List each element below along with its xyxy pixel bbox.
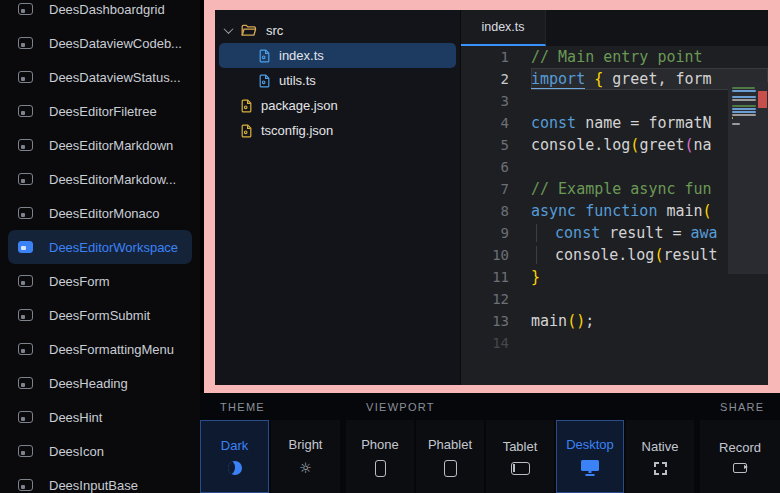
- sidebar-item-deesformsubmit[interactable]: DeesFormSubmit: [8, 298, 192, 332]
- bright-button[interactable]: Bright☼: [271, 420, 340, 493]
- code-token: [536, 246, 555, 264]
- code-token: greet: [639, 136, 684, 154]
- component-list: DeesDashboardgridDeesDataviewCodeb...Dee…: [0, 0, 200, 493]
- button-label: Bright: [289, 437, 323, 452]
- code-token: [576, 202, 585, 220]
- component-window-icon: [18, 139, 33, 151]
- code-token: console.log: [555, 246, 654, 264]
- sidebar-item-deeshint[interactable]: DeesHint: [8, 400, 192, 434]
- line-number: 10: [461, 244, 531, 266]
- code-token: (: [703, 202, 712, 220]
- code-line-10: 10 console.log(result: [461, 244, 768, 266]
- code-text: // Main entry point: [531, 46, 768, 68]
- code-line-11: 11}: [461, 266, 768, 288]
- tablet-button[interactable]: Tablet: [486, 420, 554, 493]
- minimap-line: [732, 99, 756, 101]
- minimap-line: [732, 87, 755, 89]
- minimap-line: [732, 90, 756, 92]
- minimap-line: [732, 117, 733, 119]
- code-token: [585, 70, 594, 88]
- code-token: console.log: [531, 136, 630, 154]
- code-line-3: 3: [461, 90, 768, 112]
- sidebar-item-label: DeesEditorMarkdown: [49, 138, 173, 153]
- tree-item-label: utils.ts: [279, 73, 316, 88]
- code-token: const: [555, 224, 600, 242]
- line-number: 14: [461, 332, 531, 354]
- component-window-icon: [18, 343, 33, 355]
- component-window-icon: [18, 105, 33, 117]
- tree-row-index-ts[interactable]: index.ts: [219, 43, 456, 68]
- code-token: const: [531, 114, 576, 132]
- sidebar-item-deesformattingmenu[interactable]: DeesFormattingMenu: [8, 332, 192, 366]
- component-demo-stage: srcindex.tsutils.tspackage.jsontsconfig.…: [204, 0, 780, 393]
- sidebar-item-deesform[interactable]: DeesForm: [8, 264, 192, 298]
- sidebar-item-label: DeesIcon: [49, 444, 104, 459]
- minimap-line: [732, 108, 756, 110]
- phablet-button[interactable]: Phablet: [416, 420, 484, 493]
- tree-row-package-json[interactable]: package.json: [219, 93, 456, 118]
- sidebar-item-deesdashboardgrid[interactable]: DeesDashboardgrid: [8, 0, 192, 26]
- code-token: awa: [691, 224, 718, 242]
- code-token: (): [567, 312, 585, 330]
- button-label: Dark: [221, 438, 248, 453]
- sidebar-item-deesinputbase[interactable]: DeesInputBase: [8, 468, 192, 493]
- code-token: main: [657, 202, 702, 220]
- line-number: 11: [461, 266, 531, 288]
- tree-row-tsconfig-json[interactable]: tsconfig.json: [219, 118, 456, 143]
- line-number: 1: [461, 46, 531, 68]
- code-line-8: 8async function main(: [461, 200, 768, 222]
- sidebar-item-deeseditormonaco[interactable]: DeesEditorMonaco: [8, 196, 192, 230]
- sidebar-item-label: DeesEditorMonaco: [49, 206, 160, 221]
- ts-file-icon: [259, 74, 270, 88]
- sidebar-item-deeseditormarkdow[interactable]: DeesEditorMarkdow...: [8, 162, 192, 196]
- button-label: Native: [642, 439, 679, 454]
- tree-row-utils-ts[interactable]: utils.ts: [219, 68, 456, 93]
- minimap-line: [732, 111, 756, 113]
- tree-item-label: src: [266, 23, 283, 38]
- app: DeesDashboardgridDeesDataviewCodeb...Dee…: [0, 0, 780, 493]
- tree-row-src[interactable]: src: [219, 18, 456, 43]
- code-token: // Main entry point: [531, 48, 703, 66]
- code-line-1: 1// Main entry point: [461, 46, 768, 68]
- file-tree-panel[interactable]: srcindex.tsutils.tspackage.jsontsconfig.…: [215, 10, 460, 385]
- desktop-button[interactable]: Desktop: [556, 420, 624, 493]
- line-number: 4: [461, 112, 531, 134]
- record-icon: [733, 463, 747, 473]
- sidebar-item-deesdataviewstatus[interactable]: DeesDataviewStatus...: [8, 60, 192, 94]
- sidebar-item-deesheading[interactable]: DeesHeading: [8, 366, 192, 400]
- code-line-4: 4const name = formatN: [461, 112, 768, 134]
- editor-workspace-demo: srcindex.tsutils.tspackage.jsontsconfig.…: [215, 10, 768, 385]
- line-number: 2: [461, 68, 531, 90]
- phone-button[interactable]: Phone: [346, 420, 414, 493]
- minimap[interactable]: [728, 82, 768, 385]
- sidebar-item-deesdataviewcodeb[interactable]: DeesDataviewCodeb...: [8, 26, 192, 60]
- sidebar-item-deeseditorworkspace[interactable]: DeesEditorWorkspace: [8, 230, 192, 264]
- code-token: [536, 224, 555, 242]
- sidebar-item-deeseditorfiletree[interactable]: DeesEditorFiletree: [8, 94, 192, 128]
- line-number: 7: [461, 178, 531, 200]
- record-button[interactable]: Record: [700, 420, 780, 493]
- code-area[interactable]: 1// Main entry point2import { greet, for…: [461, 46, 768, 385]
- sidebar-item-deesicon[interactable]: DeesIcon: [8, 434, 192, 468]
- code-line-6: 6: [461, 156, 768, 178]
- toolbar-buttons: Record: [700, 420, 780, 493]
- sidebar-item-label: DeesEditorMarkdow...: [49, 172, 176, 187]
- sidebar-item-label: DeesInputBase: [49, 478, 138, 493]
- minimap-empty-line: [732, 126, 758, 129]
- component-window-icon: [18, 275, 33, 287]
- component-sidebar[interactable]: DeesDashboardgridDeesDataviewCodeb...Dee…: [0, 0, 200, 493]
- editor-tab-label: index.ts: [481, 20, 524, 34]
- editor-tab-index-ts[interactable]: index.ts: [461, 10, 546, 46]
- component-window-icon: [18, 241, 33, 253]
- sidebar-item-label: DeesDashboardgrid: [49, 2, 165, 17]
- button-label: Tablet: [503, 439, 538, 454]
- sidebar-item-deeseditormarkdown[interactable]: DeesEditorMarkdown: [8, 128, 192, 162]
- native-button[interactable]: Native: [626, 420, 694, 493]
- minimap-line: [732, 105, 756, 107]
- dark-button[interactable]: Dark: [200, 420, 269, 493]
- toolbar-section-title: VIEWPORT: [346, 393, 694, 420]
- minimap-line: [732, 123, 740, 125]
- folder-open-icon: [241, 24, 257, 37]
- sidebar-item-label: DeesEditorFiletree: [49, 104, 157, 119]
- tree-item-label: index.ts: [279, 48, 324, 63]
